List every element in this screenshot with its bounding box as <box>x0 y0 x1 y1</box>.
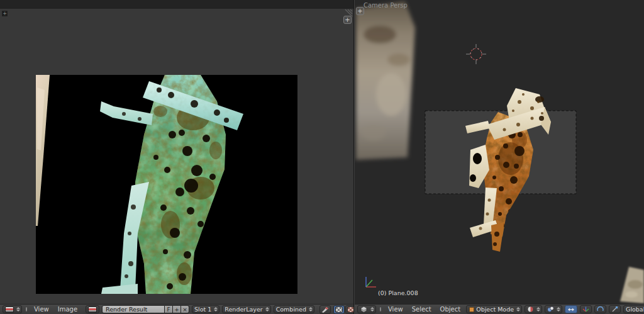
blurry-plane-object[interactable] <box>356 1 415 160</box>
fake-user-button[interactable]: F <box>165 305 173 313</box>
pivot-icon <box>547 306 554 313</box>
viewport-3d: Camera Persp (0) Plane.008 + <box>355 0 644 304</box>
mode-dropdown-label: Object Mode <box>476 306 514 313</box>
image-editor-icon <box>5 306 14 313</box>
dropdown-arrows-icon <box>536 307 540 311</box>
editor-type-arrows-icon <box>16 307 20 311</box>
viewport-shading-dropdown[interactable] <box>525 305 542 313</box>
paint-mode-button[interactable] <box>319 305 331 314</box>
manipulator-toggle-button[interactable] <box>565 305 577 313</box>
mode-dropdown[interactable]: Object Mode <box>466 305 522 313</box>
scale-manipulator-button[interactable] <box>609 305 621 313</box>
rotate-manipulator-button[interactable] <box>594 305 606 313</box>
shading-sphere-icon <box>527 306 534 313</box>
translate-manipulator-button[interactable] <box>580 305 592 313</box>
blender-window: Fra:6 Ve:382 Fa:480 Ha:26 Mem:31.19M (13… <box>0 0 644 314</box>
3d-view-editor-icon <box>360 306 368 313</box>
rgba-channel-icon <box>347 306 353 313</box>
image-browse-button[interactable] <box>86 305 99 313</box>
dropdown-arrows-icon <box>309 307 313 311</box>
expand-tool-shelf-button[interactable]: + <box>356 7 364 15</box>
menu-select[interactable]: Select <box>409 306 435 313</box>
editor-type-button[interactable] <box>357 305 376 313</box>
scale-icon <box>611 306 618 313</box>
dropdown-arrows-icon <box>557 307 560 311</box>
dropdown-arrows-icon <box>516 307 520 311</box>
unlink-image-button[interactable]: × <box>181 305 189 313</box>
collapse-menus-toggle[interactable] <box>26 307 27 311</box>
rotate-arc-icon <box>597 306 604 313</box>
image-editor-header: View Image Render Result F + × Slot 1 Re… <box>0 304 353 314</box>
expand-properties-panel-button[interactable]: + <box>343 16 352 24</box>
menu-view[interactable]: View <box>385 306 406 313</box>
image-name-field[interactable]: Render Result <box>102 305 165 313</box>
render-pass-label: Combined <box>276 306 306 313</box>
render-layer-dropdown[interactable]: RenderLayer <box>222 305 270 313</box>
image-editor-canvas: + <box>0 9 353 304</box>
axis-icon <box>582 306 589 313</box>
render-result-image <box>36 75 297 294</box>
render-layer-label: RenderLayer <box>225 306 262 313</box>
viewport-3d-header: View Select Object Object Mode <box>355 304 644 314</box>
view-name-label: Camera Persp <box>364 2 408 9</box>
menu-image[interactable]: Image <box>55 306 80 313</box>
menu-object[interactable]: Object <box>437 306 464 313</box>
active-object-label: (0) Plane.008 <box>378 289 418 296</box>
slot-dropdown-label: Slot 1 <box>194 306 211 313</box>
rgb-channel-icon <box>335 306 343 313</box>
orientation-label: Global <box>626 306 644 313</box>
object-mode-icon <box>469 306 475 313</box>
orientation-dropdown[interactable]: Global <box>623 305 644 313</box>
manipulator-icon <box>567 306 575 313</box>
render-pass-dropdown[interactable]: Combined <box>274 305 314 313</box>
menu-view[interactable]: View <box>31 306 52 313</box>
image-datablock-icon <box>88 306 97 313</box>
expand-region-button[interactable]: + <box>1 10 8 17</box>
dropdown-arrows-icon <box>214 307 218 311</box>
new-image-button[interactable]: + <box>173 305 181 313</box>
draw-channel-color-button[interactable] <box>333 305 345 314</box>
editor-type-arrows-icon <box>370 307 374 311</box>
draw-channel-color-alpha-button[interactable] <box>345 305 353 314</box>
viewport-3d-scene <box>355 0 644 304</box>
render-stats-bar: Fra:6 Ve:382 Fa:480 Ha:26 Mem:31.19M (13… <box>0 0 353 9</box>
dropdown-arrows-icon <box>265 307 269 311</box>
pivot-point-dropdown[interactable] <box>545 305 562 313</box>
brush-icon <box>321 306 329 313</box>
collapse-menus-toggle[interactable] <box>380 307 381 311</box>
slot-dropdown[interactable]: Slot 1 <box>192 305 219 313</box>
editor-type-button[interactable] <box>3 305 22 313</box>
